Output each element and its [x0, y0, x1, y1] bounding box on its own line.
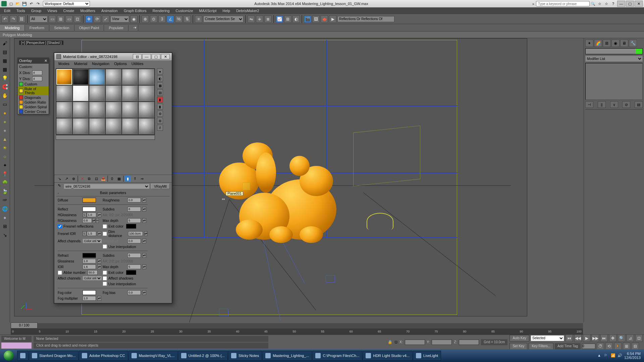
material-slot[interactable]: [56, 102, 72, 118]
align-icon[interactable]: ≑: [256, 15, 263, 23]
menu-graph-editors[interactable]: Graph Editors: [121, 8, 149, 13]
assign-icon[interactable]: ⊕: [70, 176, 76, 182]
spinner-icon[interactable]: ▴▾: [144, 231, 148, 236]
spinner-icon[interactable]: ▴▾: [142, 239, 146, 243]
show-map-icon[interactable]: ▦: [116, 176, 122, 182]
abbe-check[interactable]: Abbe number: [58, 270, 103, 275]
render-setup-icon[interactable]: 🎬: [304, 15, 311, 23]
circle-icon[interactable]: ○: [1, 153, 9, 160]
menu-maxscript[interactable]: MAXScript: [197, 8, 219, 13]
goto-end-icon[interactable]: ⏭: [600, 335, 608, 342]
viewport-label[interactable]: [+] [Perspective ] [Shaded ]: [19, 41, 63, 45]
mat-compact-icon[interactable]: ⊟: [133, 54, 142, 59]
maximize-button[interactable]: ▢: [626, 1, 634, 7]
orbit-icon[interactable]: ⟲: [605, 343, 613, 350]
taskbar-item[interactable]: Stanford Dragon Mo...: [29, 351, 78, 361]
snap3-icon[interactable]: 3: [158, 15, 166, 23]
fogbias-input[interactable]: [127, 290, 141, 295]
spinner-icon[interactable]: ▴▾: [142, 290, 146, 295]
named-sel-dropdown[interactable]: Create Selection Se: [203, 16, 244, 22]
spinner-icon[interactable]: ▴▾: [142, 264, 146, 269]
timetag[interactable]: Add Time Tag: [555, 343, 581, 349]
mat-maximize-button[interactable]: ▢: [152, 54, 160, 59]
spinner-icon[interactable]: ▴▾: [142, 253, 146, 258]
percent-snap-icon[interactable]: %: [175, 15, 182, 23]
get-material-icon[interactable]: ↘: [56, 176, 62, 182]
spinner-icon[interactable]: ▴▾: [97, 296, 101, 301]
selection-filter[interactable]: All: [30, 16, 48, 22]
mat-menu-navigation[interactable]: Navigation: [90, 61, 111, 66]
exitcolor-check[interactable]: Exit color: [103, 224, 148, 229]
display-tab-icon[interactable]: 🖥: [620, 40, 628, 47]
tray-flag-icon[interactable]: ⚐: [604, 353, 609, 358]
rgloss-input[interactable]: [83, 218, 92, 223]
hp-icon[interactable]: HP: [1, 196, 9, 204]
schematic-icon[interactable]: ⊞: [284, 15, 291, 23]
hand-icon[interactable]: ✋: [1, 92, 9, 99]
tray-up-icon[interactable]: ▲: [597, 353, 602, 358]
material-slot[interactable]: [89, 102, 105, 118]
prev-frame-icon[interactable]: ◀◀: [574, 335, 582, 342]
sample-type-icon[interactable]: ●: [157, 68, 163, 74]
create-tab-icon[interactable]: ✦: [585, 40, 593, 47]
mat-id-0-icon[interactable]: 0: [109, 176, 115, 182]
material-slot[interactable]: [106, 69, 121, 85]
angle-snap-icon[interactable]: ∠: [167, 15, 174, 23]
put-library-icon[interactable]: 📥: [100, 176, 106, 182]
time-config-icon[interactable]: ⏱: [597, 343, 604, 350]
spinner-icon[interactable]: ▴▾: [97, 264, 101, 269]
material-slot[interactable]: [56, 118, 72, 134]
rotate-icon[interactable]: ⟳: [94, 15, 101, 23]
grid-icon[interactable]: ▩: [1, 66, 9, 73]
material-slot[interactable]: [139, 118, 154, 134]
camera-gizmo[interactable]: [219, 309, 228, 316]
new-icon[interactable]: ▢: [8, 1, 14, 6]
y-input[interactable]: [432, 340, 452, 345]
remove-mod-icon[interactable]: ⊘: [622, 101, 630, 108]
named-sel-icon[interactable]: ≡: [195, 15, 202, 23]
snap-icon[interactable]: ⊙: [150, 15, 157, 23]
redo-icon[interactable]: ↷: [35, 1, 41, 6]
refr-subdivs-input[interactable]: [127, 253, 141, 258]
overlay-panel[interactable]: Overlay✕ Custom: X Divs: Y Divs: Custom …: [17, 58, 49, 114]
roughness-input[interactable]: [127, 198, 141, 202]
material-slot[interactable]: [89, 69, 105, 85]
material-slot[interactable]: [106, 118, 121, 134]
dimfall-input[interactable]: [127, 239, 141, 243]
menu-debrismaker[interactable]: DebrisMaker2: [233, 8, 262, 13]
domelight-gizmo[interactable]: [367, 213, 393, 230]
put-to-scene-icon[interactable]: ↗: [63, 176, 69, 182]
ball-icon[interactable]: ●: [1, 214, 9, 221]
overlay-item-golden-ratio[interactable]: Golden Ratio: [18, 100, 49, 105]
material-slot[interactable]: [73, 85, 89, 101]
taskbar-item[interactable]: C:\Program Files\Ch...: [312, 351, 362, 361]
select-by-mat-icon[interactable]: ⊞: [157, 118, 163, 124]
slot-scrollbar[interactable]: [56, 135, 155, 140]
menu-create[interactable]: Create: [60, 8, 77, 13]
menu-rendering[interactable]: Rendering: [150, 8, 172, 13]
save-icon[interactable]: 💾: [21, 1, 28, 6]
menu-views[interactable]: Views: [45, 8, 60, 13]
isolate-text[interactable]: [337, 16, 394, 22]
taskbar-item[interactable]: LiveLight: [413, 351, 441, 361]
menu-animation[interactable]: Animation: [99, 8, 120, 13]
leaf-icon[interactable]: 🍃: [1, 188, 9, 195]
material-slot[interactable]: [106, 85, 121, 101]
material-slot[interactable]: [73, 118, 89, 134]
search-icon[interactable]: 🔍: [590, 2, 596, 6]
material-slot[interactable]: [122, 102, 138, 118]
modifier-stack[interactable]: [585, 63, 643, 100]
material-slot[interactable]: [73, 69, 89, 85]
help-icon[interactable]: ?: [610, 2, 616, 6]
sun-icon[interactable]: ☀: [1, 144, 9, 152]
chart-icon[interactable]: ▦: [1, 57, 9, 64]
spinner-snap-icon[interactable]: ⇅: [183, 15, 191, 23]
taskbar-item[interactable]: MasteringV-Ray_VL...: [128, 351, 178, 361]
next-frame-icon[interactable]: ▶▶: [592, 335, 599, 342]
overlay-close-icon[interactable]: ✕: [44, 59, 47, 63]
move-icon[interactable]: ✥: [85, 15, 93, 23]
close-button[interactable]: ✕: [635, 1, 643, 7]
fogmult-input[interactable]: [83, 296, 96, 301]
diffuse-swatch[interactable]: [83, 198, 96, 202]
curve-editor-icon[interactable]: 📈: [276, 15, 283, 23]
